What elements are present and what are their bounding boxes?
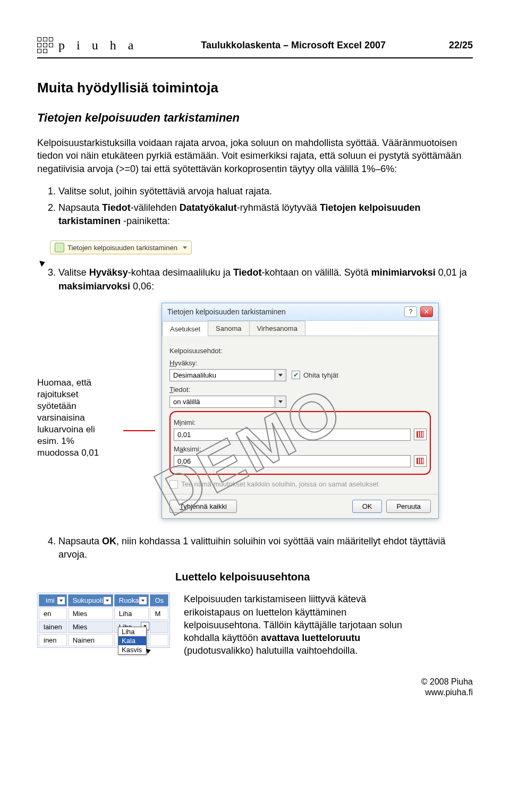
sample-table: imi Sukupuoli Ruoka Os enMiesLihaM laine… (37, 593, 170, 648)
min-range-picker-button[interactable] (414, 429, 427, 440)
data-combo[interactable] (169, 396, 275, 408)
logo-text: p i u h a (58, 38, 138, 53)
step-4: Napsauta OK, niin kohdassa 1 valittuihin… (58, 535, 473, 561)
page-footer: © 2008 Piuha www.piuha.fi (37, 677, 473, 699)
table-row: inenNainen (39, 634, 168, 646)
ribbon-label: Tietojen kelpoisuuden tarkistaminen (67, 244, 177, 252)
tab-settings[interactable]: Asetukset (162, 321, 208, 336)
ribbon-data-validation-button[interactable]: Tietojen kelpoisuuden tarkistaminen (50, 241, 192, 254)
filter-dropdown-icon[interactable] (103, 596, 112, 605)
page-number: 22/25 (449, 40, 473, 51)
help-button[interactable]: ? (404, 306, 417, 317)
filter-dropdown-icon[interactable] (57, 596, 65, 605)
table-row: lainenMiesLiha (39, 621, 168, 633)
subsection-heading: Tietojen kelpoisuuden tarkistaminen (37, 111, 473, 125)
col-name[interactable]: imi (39, 594, 67, 606)
cursor-icon (146, 647, 152, 654)
table-row: enMiesLihaM (39, 608, 168, 620)
dialog-titlebar: Tietojen kelpoisuuden tarkistaminen ? ✕ (162, 303, 438, 321)
allow-dropdown-icon[interactable] (275, 369, 286, 381)
doc-title: Taulukkolaskenta – Microsoft Excel 2007 (201, 40, 386, 51)
validation-dropdown-list[interactable]: Liha Kala Kasvis (118, 627, 147, 655)
ribbon-dropdown-icon (183, 246, 187, 249)
list-paragraph: Kelpoisuuden tarkistamiseen liittyvä kät… (184, 593, 412, 657)
brand: p i u h a (37, 37, 138, 53)
dialog-tabs: Asetukset Sanoma Virhesanoma (162, 321, 438, 336)
apply-all-checkbox: Tee nämä muutokset kaikkiin soluihin, jo… (169, 480, 431, 489)
subheading-list: Luettelo kelpoisuusehtona (175, 571, 473, 583)
list-item[interactable]: Kala (118, 636, 146, 645)
dialog-title: Tietojen kelpoisuuden tarkistaminen (167, 307, 286, 316)
section-heading: Muita hyödyllisiä toimintoja (37, 80, 473, 96)
clear-all-button[interactable]: Tyhjennä kaikkiTyhjennä kaikki (169, 500, 237, 513)
ignore-blank-checkbox[interactable]: ✔Ohita tyhjät (292, 371, 338, 379)
step-2: Napsauta Tiedot-välilehden Datatyökalut-… (58, 201, 473, 228)
data-dropdown-icon[interactable] (275, 396, 286, 408)
col-os: Os (150, 594, 168, 606)
logo-icon (37, 37, 53, 53)
intro-paragraph: Kelpoisuustarkistuksilla voidaan rajata … (37, 136, 473, 175)
col-gender[interactable]: Sukupuoli (68, 594, 113, 606)
steps-list: Valitse solut, joihin syötettäviä arvoja… (37, 185, 473, 228)
filter-dropdown-icon[interactable] (139, 596, 147, 605)
page-header: p i u h a Taulukkolaskenta – Microsoft E… (37, 37, 473, 53)
maximum-input[interactable] (174, 455, 411, 467)
steps-list-cont2: Napsauta OK, niin kohdassa 1 valittuihin… (37, 535, 473, 561)
data-validation-dialog: Tietojen kelpoisuuden tarkistaminen ? ✕ … (162, 303, 439, 519)
tab-input-message[interactable]: Sanoma (208, 321, 249, 336)
tab-error-alert[interactable]: Virhesanoma (249, 321, 305, 336)
step-1: Valitse solut, joihin syötettäviä arvoja… (58, 185, 473, 198)
max-range-picker-button[interactable] (414, 455, 427, 467)
list-item[interactable]: Kasvis (118, 645, 146, 654)
header-rule (37, 57, 473, 58)
list-item[interactable]: Liha (118, 627, 146, 636)
step-3: Valitse Hyväksy-kohtaa desimaaliluku ja … (58, 266, 473, 293)
steps-list-cont: Valitse Hyväksy-kohtaa desimaaliluku ja … (37, 266, 473, 293)
minmax-highlight: Minimi:Minimi: Maksimi:Maksimi: (169, 411, 431, 475)
ok-button[interactable]: OK (352, 500, 382, 513)
col-food[interactable]: Ruoka (114, 594, 149, 606)
allow-combo[interactable] (169, 369, 275, 381)
callout-connector (123, 430, 155, 431)
close-button[interactable]: ✕ (420, 306, 433, 317)
cancel-button[interactable]: Peruuta (386, 500, 431, 513)
validation-icon (55, 243, 64, 252)
minimum-input[interactable] (174, 429, 411, 441)
criteria-label: Kelpoisuusehdot: (169, 347, 431, 355)
callout-note: Huomaa, että rajoitukset syötetään varsi… (37, 303, 117, 459)
